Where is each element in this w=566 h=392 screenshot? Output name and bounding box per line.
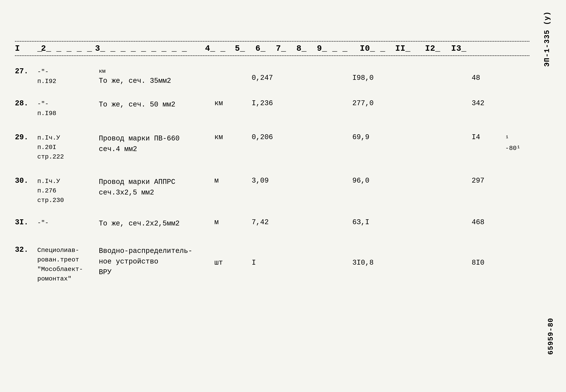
row-desc: То же, сеч.2х2,5мм2 xyxy=(99,218,214,229)
row-col12: 297 xyxy=(472,177,505,185)
row-desc: Провод марки АППРСсеч.3х2,5 мм2 xyxy=(99,177,214,198)
row-num: 30. xyxy=(15,177,37,185)
col-header-4: 4_ _ xyxy=(205,44,235,53)
table-row: 32. Специолиав-рован.треот"Мособлаект-ро… xyxy=(15,234,547,289)
row-ref: -"-п.I98 xyxy=(37,99,99,118)
row-col12: 48 xyxy=(472,74,505,82)
row-ref: п.Iч.Уп.276стр.230 xyxy=(37,177,99,205)
rotated-label-bottom: 65959-80 xyxy=(547,318,555,355)
col-header-2: 2_ _ _ _ _ xyxy=(41,44,95,53)
row-units: шт xyxy=(214,259,252,267)
col-header-12: I2_ xyxy=(425,44,451,53)
table-row: 30. п.Iч.Уп.276стр.230 Провод марки АППР… xyxy=(15,167,547,211)
col-header-3: 3_ _ _ _ _ _ _ _ _ xyxy=(95,44,205,53)
col-header-5: 5_ xyxy=(235,44,255,53)
page: ЭП-1-335 (у) 65959-80 I _ 2_ _ _ _ _ 3_ … xyxy=(0,0,566,392)
table-row: 27. -"-п.I92 км То же, сеч. 35мм2 0,247 … xyxy=(15,62,547,92)
row-num: 27. xyxy=(15,67,37,76)
row-col12: 468 xyxy=(472,218,505,226)
row-col9: 3I0,8 xyxy=(352,259,401,267)
row-num: 28. xyxy=(15,99,37,108)
row-col9: 96,0 xyxy=(352,177,401,185)
col-header-9: 9_ _ _ xyxy=(317,44,360,53)
row-qty: I,236 xyxy=(252,99,296,107)
col-header-11: II_ xyxy=(395,44,425,53)
row-col9: 277,0 xyxy=(352,99,401,107)
row-ref: Специолиав-рован.треот"Мособлаект-ромонт… xyxy=(37,246,99,284)
col-header-1: I xyxy=(15,44,37,53)
row-num: 3I. xyxy=(15,218,37,227)
row-units: км xyxy=(214,133,252,141)
col-sep-1: _ xyxy=(37,44,41,53)
row-units: м xyxy=(214,177,252,185)
row-qty: 0,247 xyxy=(252,74,296,82)
row-qty: 3,09 xyxy=(252,177,296,185)
col-header-7: 7_ xyxy=(276,44,296,53)
row-col12: 8I0 xyxy=(472,259,505,267)
row-qty: 7,42 xyxy=(252,218,296,226)
table-row: 29. п.Iч.Уп.20Iстр.222 Провод марки ПВ-6… xyxy=(15,124,547,167)
row-units: км xyxy=(214,99,252,107)
row-ref: п.Iч.Уп.20Iстр.222 xyxy=(37,133,99,162)
table-row: 3I. -"- То же, сеч.2х2,5мм2 м 7,42 6З,I … xyxy=(15,211,547,234)
content-area: I _ 2_ _ _ _ _ 3_ _ _ _ _ _ _ _ _ 4_ _ 5… xyxy=(15,41,547,289)
row-num: 29. xyxy=(15,133,37,141)
row-col9: I98,0 xyxy=(352,74,401,82)
row-col13: ¹-80¹ xyxy=(505,133,539,154)
row-desc: Вводно-распределитель-ное устройствоВРУ xyxy=(99,246,214,278)
col-header-13: I3_ xyxy=(451,44,473,53)
row-ref: -"-п.I92 xyxy=(37,67,99,86)
row-col9: 6З,I xyxy=(352,218,401,226)
row-col12: I4 xyxy=(472,133,505,141)
row-desc: Провод марки ПВ-660сеч.4 мм2 xyxy=(99,133,214,154)
row-desc: То же, сеч. 50 мм2 xyxy=(99,99,214,110)
col-header-10: I0_ _ xyxy=(360,44,395,53)
col-header-6: 6_ xyxy=(255,44,276,53)
header-row: I _ 2_ _ _ _ _ 3_ _ _ _ _ _ _ _ _ 4_ _ 5… xyxy=(15,42,547,56)
row-units: м xyxy=(214,218,252,226)
row-col9: 69,9 xyxy=(352,133,401,141)
col-header-8: 8_ xyxy=(296,44,317,53)
row-num: 32. xyxy=(15,246,37,254)
data-section: 27. -"-п.I92 км То же, сеч. 35мм2 0,247 … xyxy=(15,62,547,289)
row-qty: I xyxy=(252,259,296,267)
table-row: 28. -"-п.I98 То же, сеч. 50 мм2 км I,236… xyxy=(15,92,547,124)
row-desc: км То же, сеч. 35мм2 xyxy=(99,67,214,86)
row-col12: 342 xyxy=(472,99,505,107)
row-qty: 0,206 xyxy=(252,133,296,141)
row-ref: -"- xyxy=(37,218,99,228)
